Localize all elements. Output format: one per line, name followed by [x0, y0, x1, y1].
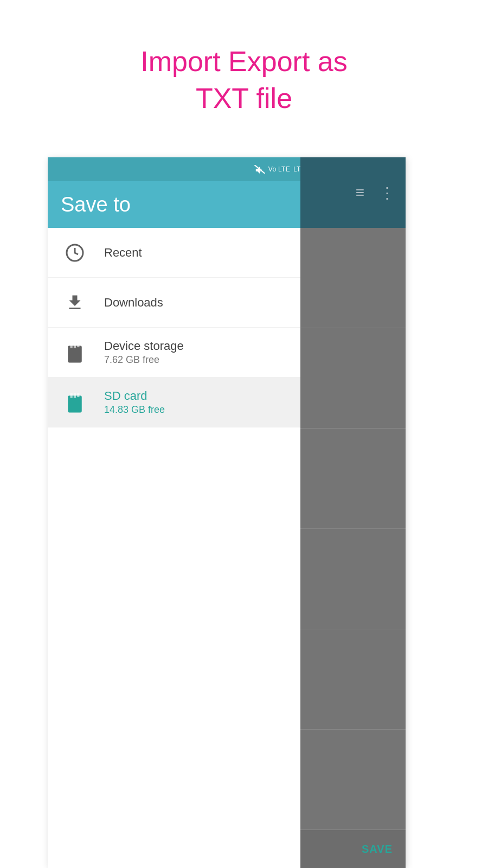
save-button-container: SAVE	[300, 830, 406, 868]
right-panel-row-3	[300, 429, 406, 529]
svg-rect-13	[68, 395, 82, 412]
svg-rect-15	[74, 393, 76, 398]
right-panel-row-2	[300, 328, 406, 429]
app-bar-title: Save to	[61, 193, 131, 216]
right-panel: ≡ ⋮ SAVE	[300, 157, 406, 868]
right-panel-top: ≡ ⋮	[300, 157, 406, 228]
svg-rect-10	[70, 343, 73, 348]
filter-icon[interactable]: ≡	[356, 184, 364, 201]
device-storage-subtitle: 7.62 GB free	[104, 354, 184, 366]
right-panel-row-5	[300, 629, 406, 730]
downloads-content: Downloads	[104, 296, 163, 310]
right-panel-row-6	[300, 730, 406, 830]
save-button[interactable]: SAVE	[362, 843, 393, 856]
page-title: Import Export as TXT file	[33, 43, 455, 117]
device-storage-content: Device storage 7.62 GB free	[104, 339, 184, 366]
svg-rect-16	[77, 393, 79, 397]
right-panel-rows	[300, 228, 406, 830]
mute-icon	[254, 165, 265, 174]
right-panel-row-4	[300, 529, 406, 629]
device-storage-icon	[61, 339, 89, 367]
sd-card-subtitle: 14.83 GB free	[104, 404, 165, 416]
recent-title: Recent	[104, 246, 142, 260]
device-storage-title: Device storage	[104, 339, 184, 353]
download-icon	[61, 289, 89, 317]
svg-rect-14	[70, 393, 73, 398]
right-panel-row-1	[300, 228, 406, 328]
sd-card-title: SD card	[104, 389, 165, 403]
downloads-title: Downloads	[104, 296, 163, 310]
volte-icon: Vo LTE	[268, 165, 290, 173]
svg-rect-11	[74, 343, 76, 348]
svg-rect-12	[77, 343, 79, 347]
recent-content: Recent	[104, 246, 142, 260]
clock-icon	[61, 239, 89, 267]
more-icon[interactable]: ⋮	[380, 184, 395, 202]
sd-card-icon	[61, 388, 89, 417]
svg-rect-9	[68, 346, 82, 362]
page-title-area: Import Export as TXT file	[0, 0, 488, 149]
sd-card-content: SD card 14.83 GB free	[104, 389, 165, 416]
